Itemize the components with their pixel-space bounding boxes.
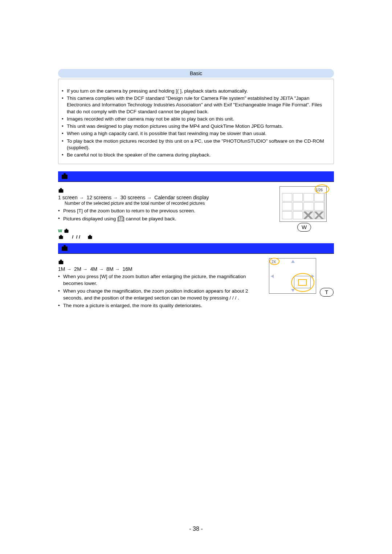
- seq-step: 8: [106, 266, 109, 272]
- text: Pictures displayed using [: [63, 216, 119, 221]
- mag-highlight-icon: [269, 258, 279, 265]
- info-icon: [119, 216, 123, 221]
- thumb-cell: [303, 193, 314, 201]
- section-header-multi: [58, 171, 334, 182]
- bullet-item: Pictures displayed using [] cannot be pl…: [58, 215, 334, 223]
- multi-body: 1/26 W: [58, 186, 334, 240]
- camera-icon: [58, 187, 64, 193]
- bullet-item: When you change the magnification, the z…: [58, 288, 334, 302]
- bullet-item: The more a picture is enlarged, the more…: [58, 302, 334, 309]
- seq-step: 1: [58, 266, 61, 272]
- note-item: Images recorded with other camera may no…: [62, 116, 330, 122]
- note-box: If you turn on the camera by pressing an…: [58, 83, 334, 164]
- note-item: If you turn on the camera by pressing an…: [62, 88, 330, 94]
- page-number: - 38 -: [0, 526, 392, 532]
- seq-step: Calendar screen display: [154, 195, 209, 200]
- section-header-zoom: [58, 243, 334, 254]
- seq-step: 30 screens: [121, 195, 145, 200]
- note-item: Be careful not to block the speaker of t…: [62, 152, 330, 158]
- bullet-item: When you press [W] of the zoom button af…: [58, 273, 334, 287]
- note-item: To play back the motion pictures recorde…: [62, 138, 330, 151]
- seq-step: 4: [90, 266, 93, 272]
- arrow-up-icon: [291, 260, 295, 263]
- w-letter: w: [58, 228, 62, 233]
- return-instruction: / / /: [58, 234, 334, 240]
- category-header: Basic: [58, 69, 334, 78]
- zoom-body: 2X T 1M 2M 4M 8M 16M When you press [W]: [58, 258, 334, 310]
- seq-step: 12 screens: [87, 195, 111, 200]
- text: ] cannot be played back.: [123, 216, 176, 221]
- bullet-item: Press [T] of the zoom button to return t…: [58, 208, 334, 215]
- thumb-cell: [293, 193, 303, 201]
- w-button-chip: W: [297, 223, 311, 232]
- camera-icon: [64, 228, 69, 233]
- camera-icon: [62, 245, 68, 251]
- thumb-cell: [282, 193, 292, 201]
- note-item: This camera complies with the DCF standa…: [62, 95, 330, 115]
- camera-icon: [62, 173, 68, 179]
- multi-bullets: Press [T] of the zoom button to return t…: [58, 208, 334, 223]
- note-list: If you turn on the camera by pressing an…: [58, 88, 334, 164]
- note-heading: [58, 83, 334, 88]
- note-item: When using a high capacity card, it is p…: [62, 130, 330, 137]
- camera-icon: [87, 234, 93, 240]
- camera-icon: [58, 234, 64, 240]
- seq-step: 2: [74, 266, 77, 272]
- camera-icon: [58, 258, 64, 265]
- manual-page: Basic If you turn on the camera by press…: [0, 0, 392, 554]
- count-highlight-icon: [315, 184, 329, 194]
- note-item: This unit was designed to play motion pi…: [62, 123, 330, 130]
- seq-step: 16: [122, 266, 128, 272]
- seq-step: 1 screen: [58, 195, 78, 200]
- zoom-bullets: When you press [W] of the zoom button af…: [58, 273, 334, 309]
- thumb-cell: [314, 193, 324, 201]
